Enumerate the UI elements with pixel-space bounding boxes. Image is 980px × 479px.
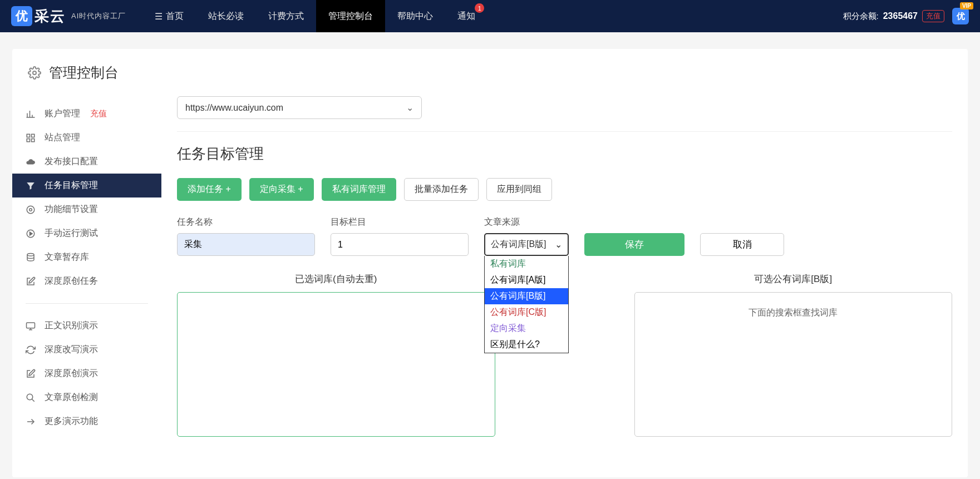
nav-console-label: 管理控制台 xyxy=(328,11,373,22)
source-group: 文章来源 公有词库[B版] ⌄ 私有词库 公有词库[A版] 公有词库[B版] 公… xyxy=(484,216,569,256)
sidebar-item-label: 站点管理 xyxy=(45,132,80,144)
recharge-button[interactable]: 充值 xyxy=(922,10,944,22)
form-row: 任务名称 目标栏目 文章来源 公有词库[B版] ⌄ 私有词库 xyxy=(177,216,952,256)
task-name-group: 任务名称 xyxy=(177,216,315,256)
svg-point-0 xyxy=(33,71,36,75)
target-col-label: 目标栏目 xyxy=(331,216,469,228)
nav-home[interactable]: ☰ 首页 xyxy=(142,0,196,32)
nav-console[interactable]: 管理控制台 xyxy=(316,0,385,32)
database-icon xyxy=(26,253,37,263)
batch-add-button[interactable]: 批量添加任务 xyxy=(404,178,479,201)
svg-point-6 xyxy=(27,206,35,214)
monitor-icon xyxy=(26,321,37,331)
selected-lib-box[interactable] xyxy=(177,292,495,437)
nav-help[interactable]: 帮助中心 xyxy=(385,0,445,32)
vip-badge: VIP xyxy=(960,2,973,9)
list-icon: ☰ xyxy=(155,11,162,22)
sidebar-item-label: 手动运行测试 xyxy=(45,228,98,239)
url-select[interactable]: https://www.ucaiyun.com ⌄ xyxy=(177,96,422,119)
target-col-input[interactable] xyxy=(331,233,469,256)
svg-point-5 xyxy=(29,208,32,211)
sidebar-item-label: 任务目标管理 xyxy=(45,180,98,191)
points-label: 积分余额: xyxy=(843,11,879,22)
nav-billing-label: 计费方式 xyxy=(268,11,304,22)
page-card: 管理控制台 账户管理 充值 站点管理 发布接口配置 xyxy=(12,49,968,477)
points-value: 2365467 xyxy=(883,11,918,21)
selected-lib-title: 已选词库(自动去重) xyxy=(177,273,495,285)
nav-notify[interactable]: 通知 1 xyxy=(445,0,487,32)
dropdown-option-private[interactable]: 私有词库 xyxy=(485,256,568,272)
page-title: 管理控制台 xyxy=(49,63,119,82)
svg-rect-1 xyxy=(27,134,29,137)
cloud-icon xyxy=(26,157,37,167)
available-lib-column: 可选公有词库[B版] 下面的搜索框查找词库 xyxy=(634,273,953,437)
sidebar-demo-rewrite[interactable]: 深度改写演示 xyxy=(12,338,161,362)
dropdown-option-b[interactable]: 公有词库[B版] xyxy=(485,288,568,304)
task-name-label: 任务名称 xyxy=(177,216,315,228)
save-button[interactable]: 保存 xyxy=(584,233,684,256)
nav-mustread-label: 站长必读 xyxy=(208,11,244,22)
chevron-down-icon: ⌄ xyxy=(555,239,562,250)
topbar: 优 采云 AI时代内容工厂 ☰ 首页 站长必读 计费方式 管理控制台 帮助中心 … xyxy=(0,0,980,32)
logo-text: 采云 xyxy=(35,7,66,26)
available-lib-title: 可选公有词库[B版] xyxy=(634,273,953,285)
source-select[interactable]: 公有词库[B版] ⌄ xyxy=(484,233,569,256)
private-lib-button[interactable]: 私有词库管理 xyxy=(322,178,396,201)
sidebar-item-label: 文章暂存库 xyxy=(45,251,89,263)
svg-rect-4 xyxy=(32,139,35,141)
sidebar-item-label: 深度改写演示 xyxy=(45,344,98,355)
sidebar-item-deep-original[interactable]: 深度原创任务 xyxy=(12,269,161,293)
sidebar-item-account[interactable]: 账户管理 充值 xyxy=(12,102,161,126)
nav-billing[interactable]: 计费方式 xyxy=(256,0,316,32)
filter-icon xyxy=(26,181,37,191)
directed-collect-button[interactable]: 定向采集 + xyxy=(249,178,314,201)
avatar: 优 xyxy=(952,8,969,24)
cancel-button[interactable]: 取消 xyxy=(700,233,784,256)
logo-badge: 优 xyxy=(11,6,32,26)
sidebar-item-label: 深度原创任务 xyxy=(45,275,98,287)
main-content: https://www.ucaiyun.com ⌄ 任务目标管理 添加任务 + … xyxy=(161,93,968,452)
sidebar-demo-more[interactable]: 更多演示功能 xyxy=(12,409,161,433)
sidebar-demo-check[interactable]: 文章原创检测 xyxy=(12,386,161,409)
sidebar-divider xyxy=(26,303,148,304)
avatar-wrap[interactable]: 优 VIP xyxy=(952,8,969,24)
sidebar-recharge-link[interactable]: 充值 xyxy=(90,108,107,119)
source-dropdown: 私有词库 公有词库[A版] 公有词库[B版] 公有词库[C版] 定向采集 区别是… xyxy=(484,256,569,353)
page-header: 管理控制台 xyxy=(12,49,968,93)
sidebar-item-label: 账户管理 xyxy=(45,108,80,120)
sidebar-item-cache[interactable]: 文章暂存库 xyxy=(12,245,161,269)
dropdown-option-c[interactable]: 公有词库[C版] xyxy=(485,304,568,320)
search-icon xyxy=(26,393,37,403)
nav-mustread[interactable]: 站长必读 xyxy=(196,0,256,32)
selected-lib-column: 已选词库(自动去重) xyxy=(177,273,495,437)
apply-group-button[interactable]: 应用到同组 xyxy=(486,178,552,201)
sidebar-demo-body[interactable]: 正文识别演示 xyxy=(12,314,161,338)
nav-help-label: 帮助中心 xyxy=(397,11,433,22)
dropdown-option-directed[interactable]: 定向采集 xyxy=(485,320,568,337)
sidebar-item-publish[interactable]: 发布接口配置 xyxy=(12,150,161,174)
nav-home-label: 首页 xyxy=(166,11,184,22)
available-lib-box[interactable]: 下面的搜索框查找词库 xyxy=(634,292,953,437)
sidebar-item-site[interactable]: 站点管理 xyxy=(12,126,161,150)
svg-point-10 xyxy=(27,394,33,400)
edit-icon xyxy=(26,276,37,287)
dropdown-option-a[interactable]: 公有词库[A版] xyxy=(485,272,568,288)
source-value: 公有词库[B版] xyxy=(491,239,546,250)
sidebar-item-label: 文章原创检测 xyxy=(45,392,98,403)
sidebar-item-label: 正文识别演示 xyxy=(45,320,98,332)
sidebar-item-settings[interactable]: 功能细节设置 xyxy=(12,197,161,221)
sidebar-item-manual-run[interactable]: 手动运行测试 xyxy=(12,221,161,245)
chevron-down-icon: ⌄ xyxy=(406,102,413,113)
divider xyxy=(177,131,952,132)
dropdown-option-diff[interactable]: 区别是什么? xyxy=(485,337,568,353)
sidebar-item-label: 发布接口配置 xyxy=(45,156,98,167)
grid-icon xyxy=(26,133,37,143)
sidebar-item-label: 更多演示功能 xyxy=(45,416,98,427)
source-label: 文章来源 xyxy=(484,216,569,228)
nav-notify-label: 通知 xyxy=(457,11,475,22)
task-name-input[interactable] xyxy=(177,233,315,256)
sidebar-demo-original[interactable]: 深度原创演示 xyxy=(12,362,161,386)
section-title: 任务目标管理 xyxy=(177,144,952,164)
sidebar-item-task-target[interactable]: 任务目标管理 xyxy=(12,174,161,197)
add-task-button[interactable]: 添加任务 + xyxy=(177,178,242,201)
